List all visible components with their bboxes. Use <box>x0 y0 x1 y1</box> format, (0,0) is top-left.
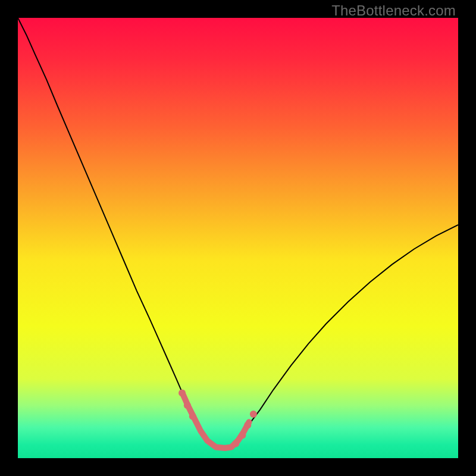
chart-frame: TheBottleneck.com <box>0 0 476 476</box>
gradient-background <box>18 18 458 458</box>
highlight-dot <box>232 440 239 447</box>
highlight-dot <box>184 402 191 409</box>
watermark-text: TheBottleneck.com <box>331 2 456 19</box>
highlight-dot <box>239 432 246 439</box>
highlight-dot <box>189 413 196 420</box>
highlight-dot <box>244 422 251 429</box>
chart-svg <box>18 18 458 458</box>
highlight-dot <box>178 389 186 396</box>
highlight-dot <box>250 411 257 418</box>
plot-area <box>18 18 458 458</box>
